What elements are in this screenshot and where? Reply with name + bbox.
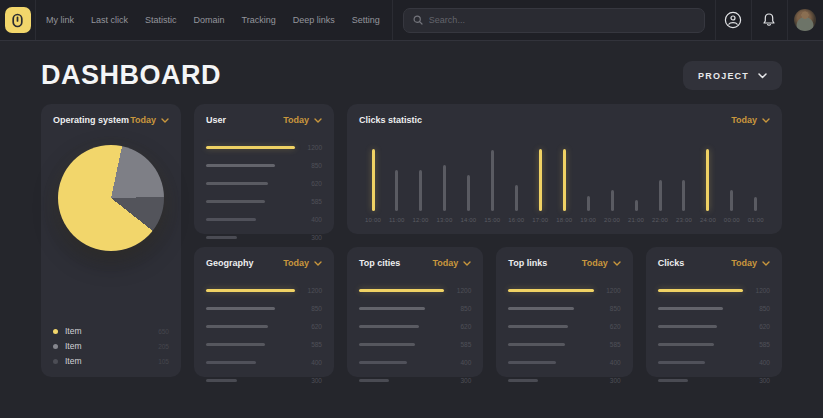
profile-menu[interactable] [787, 0, 823, 40]
time-label: 21:00 [628, 217, 644, 223]
bar [754, 197, 757, 211]
time-label: 15:00 [484, 217, 500, 223]
menu-item-last-click[interactable]: Last click [91, 15, 128, 25]
bar [359, 289, 444, 292]
bar-row: 1200 [359, 287, 471, 294]
chevron-down-icon [314, 118, 322, 123]
card-header: Top cities Today [359, 258, 471, 268]
project-button-label: PROJECT [698, 71, 749, 81]
bar-value: 400 [295, 216, 322, 223]
card-title: Clicks [658, 258, 685, 268]
page-header: DASHBOARD PROJECT [0, 41, 823, 104]
period-selector[interactable]: Today [731, 115, 770, 125]
bar [539, 149, 542, 211]
search-input[interactable] [429, 15, 695, 25]
bar-row: 850 [206, 305, 322, 312]
card-title: Clicks statistic [359, 115, 422, 125]
time-label: 16:00 [508, 217, 524, 223]
bar-track [206, 361, 295, 364]
bar-track [658, 361, 743, 364]
bar-track [508, 361, 593, 364]
logo-section [0, 0, 36, 40]
bar-track [206, 200, 295, 203]
period-selector[interactable]: Today [582, 258, 621, 268]
logo-button[interactable] [5, 7, 31, 33]
period-selector[interactable]: Today [283, 258, 322, 268]
bar-row: 400 [359, 359, 471, 366]
bar-track [658, 325, 743, 328]
bar-value: 620 [444, 323, 471, 330]
bar [730, 190, 733, 211]
bar [659, 180, 662, 211]
bar-track [658, 343, 743, 346]
time-label: 14:00 [460, 217, 476, 223]
bar-track [508, 343, 593, 346]
search-icon [413, 15, 423, 25]
bar [611, 190, 614, 211]
bar [206, 325, 268, 328]
period-selector[interactable]: Today [432, 258, 471, 268]
project-dropdown-button[interactable]: PROJECT [683, 61, 782, 90]
menu-item-setting[interactable]: Setting [352, 15, 380, 25]
user-bar-chart: 1200850620585400300 [206, 144, 322, 241]
bar [658, 307, 724, 310]
card-header: User Today [206, 115, 322, 125]
avatar[interactable] [794, 9, 816, 31]
bar [706, 149, 709, 211]
menu-item-my-link[interactable]: My link [46, 15, 74, 25]
bar-track [206, 182, 295, 185]
bar-column: 18:00 [556, 149, 572, 223]
bar-row: 585 [658, 341, 770, 348]
bar-row: 300 [206, 377, 322, 384]
period-label: Today [582, 258, 608, 268]
bar-row: 850 [508, 305, 620, 312]
time-label: 11:00 [389, 217, 405, 223]
menu-item-deep-links[interactable]: Deep links [293, 15, 335, 25]
period-selector[interactable]: Today [283, 115, 322, 125]
bar-track [206, 164, 295, 167]
time-label: 22:00 [652, 217, 668, 223]
period-selector[interactable]: Today [130, 115, 169, 125]
bar-value: 620 [743, 323, 770, 330]
time-label: 13:00 [436, 217, 452, 223]
period-label: Today [130, 115, 156, 125]
bar-row: 300 [508, 377, 620, 384]
bar [658, 343, 714, 346]
time-label: 12:00 [412, 217, 428, 223]
bar-value: 300 [743, 377, 770, 384]
search-box[interactable] [403, 8, 705, 33]
bar-row: 620 [359, 323, 471, 330]
account-icon [724, 11, 742, 29]
bar-column: 19:00 [580, 196, 596, 223]
bar [206, 182, 268, 185]
top-links-bar-chart: 1200850620585400300 [508, 287, 620, 384]
account-button[interactable] [715, 0, 751, 40]
bar [206, 236, 237, 239]
card-top-cities: Top cities Today 1200850620585400300 [347, 247, 483, 377]
card-title: User [206, 115, 226, 125]
bar-row: 620 [206, 180, 322, 187]
bar [372, 149, 375, 211]
period-selector[interactable]: Today [731, 258, 770, 268]
bar-row: 620 [658, 323, 770, 330]
menu-item-domain[interactable]: Domain [194, 15, 225, 25]
time-label: 24:00 [700, 217, 716, 223]
bar-row: 300 [658, 377, 770, 384]
bar-column: 00:00 [724, 190, 740, 223]
bar-value: 850 [743, 305, 770, 312]
bar-track [508, 289, 593, 292]
card-header: Clicks statistic Today [359, 115, 770, 125]
bar-value: 400 [594, 359, 621, 366]
period-label: Today [432, 258, 458, 268]
card-operating-system: Operating system Today Item 650 Item 205 [41, 104, 181, 377]
bar-track [206, 236, 295, 239]
bar-row: 850 [206, 162, 322, 169]
notifications-button[interactable] [751, 0, 787, 40]
bar-track [508, 307, 593, 310]
bar-row: 585 [206, 341, 322, 348]
time-label: 20:00 [604, 217, 620, 223]
card-title: Geography [206, 258, 254, 268]
menu-item-statistic[interactable]: Statistic [145, 15, 177, 25]
legend-label: Item [65, 341, 82, 351]
menu-item-tracking[interactable]: Tracking [242, 15, 276, 25]
